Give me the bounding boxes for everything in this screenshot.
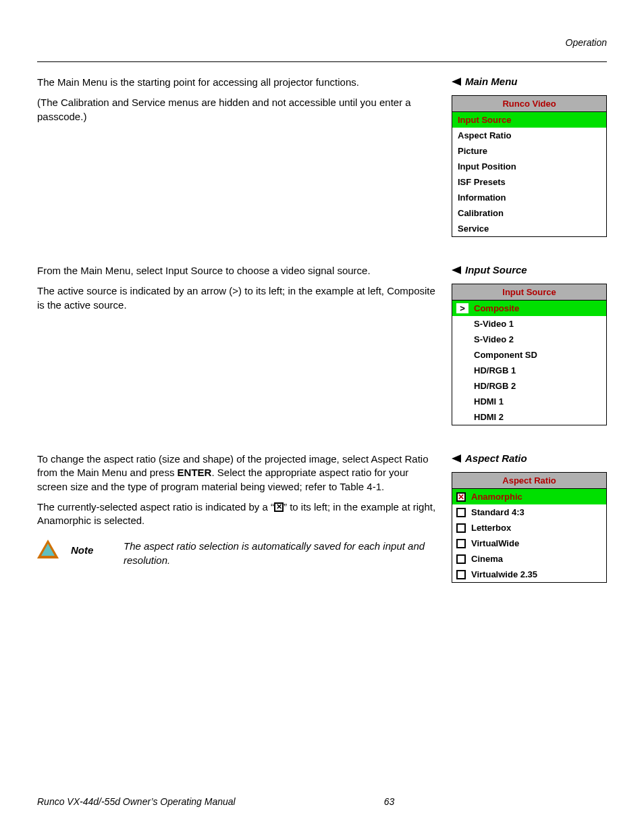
footer-page: 63 [384,796,395,807]
paragraph: To change the aspect ratio (size and sha… [37,452,438,494]
label-text: Main Menu [465,76,518,87]
input-source-section: From the Main Menu, select Input Source … [37,264,607,425]
menu-item-label: S-Video 2 [474,334,602,344]
checked-box-icon: ✕ [274,502,284,512]
checkbox-icon [456,523,466,533]
menu-title: Aspect Ratio [452,473,606,489]
warning-icon [37,540,59,558]
arrow-left-icon [452,454,461,463]
menu-item[interactable]: Service [452,221,606,236]
menu-title: Runco Video [452,96,606,112]
menu-item[interactable]: Aspect Ratio [452,128,606,143]
main-menu-text: The Main Menu is the starting point for … [37,76,438,237]
menu-item[interactable]: ✕Anamorphic [452,489,606,504]
menu-title: Input Source [452,284,606,301]
menu-item[interactable]: Input Position [452,159,606,174]
menu-item-label: VirtualWide [471,538,602,548]
menu-item[interactable]: Picture [452,143,606,159]
input-source-box: Input Source >CompositeS-Video 1S-Video … [452,284,607,425]
menu-item-label: S-Video 1 [474,319,602,329]
active-indicator: > [456,303,468,313]
header-section: Operation [37,37,607,48]
menu-item[interactable]: Component SD [452,347,606,363]
aspect-ratio-box: Aspect Ratio ✕AnamorphicStandard 4:3Lett… [452,472,607,583]
menu-item-label: Composite [474,303,602,313]
menu-item-label: Standard 4:3 [471,507,602,517]
aspect-ratio-text: To change the aspect ratio (size and sha… [37,452,438,583]
checkbox-icon [456,554,466,564]
note-row: Note The aspect ratio selection is autom… [37,540,438,567]
main-menu-label: Main Menu [452,76,607,87]
menu-item[interactable]: >Composite [452,301,606,316]
menu-item[interactable]: HD/RGB 1 [452,363,606,378]
menu-item[interactable]: Calibration [452,205,606,221]
footer: Runco VX-44d/-55d Owner’s Operating Manu… [37,796,607,807]
menu-item[interactable]: HDMI 2 [452,409,606,425]
note-label: Note [71,540,111,557]
menu-item[interactable]: Letterbox [452,520,606,536]
menu-item-label: Anamorphic [471,492,602,502]
footer-title: Runco VX-44d/-55d Owner’s Operating Manu… [37,796,236,807]
menu-item[interactable]: S-Video 2 [452,332,606,347]
arrow-left-icon [452,266,461,274]
menu-item-label: HD/RGB 1 [474,365,602,375]
menu-item[interactable]: VirtualWide [452,536,606,551]
paragraph: From the Main Menu, select Input Source … [37,264,438,278]
checkbox-icon [456,570,466,579]
checkbox-icon [456,539,466,548]
menu-item[interactable]: S-Video 1 [452,316,606,332]
menu-item[interactable]: Standard 4:3 [452,504,606,520]
text: The currently-selected aspect ratio is i… [37,501,274,513]
menu-item-label: HDMI 1 [474,396,602,407]
menu-item[interactable]: Information [452,190,606,205]
aspect-ratio-section: To change the aspect ratio (size and sha… [37,452,607,583]
input-source-text: From the Main Menu, select Input Source … [37,264,438,425]
menu-item-label: Letterbox [471,523,602,533]
checkbox-icon [456,508,466,517]
paragraph: (The Calibration and Service menus are h… [37,96,438,124]
menu-item[interactable]: Cinema [452,551,606,567]
menu-item-label: Component SD [474,350,602,360]
menu-item[interactable]: Input Source [452,112,606,128]
input-source-label: Input Source [452,264,607,276]
label-text: Input Source [465,264,527,276]
label-text: Aspect Ratio [465,452,527,464]
menu-item-label: Cinema [471,554,602,564]
menu-item[interactable]: Virtualwide 2.35 [452,567,606,582]
menu-item[interactable]: HDMI 1 [452,394,606,409]
paragraph: The active source is indicated by an arr… [37,284,438,312]
paragraph: The Main Menu is the starting point for … [37,76,438,89]
divider [37,61,607,62]
paragraph: The currently-selected aspect ratio is i… [37,500,438,528]
menu-item-label: HD/RGB 2 [474,381,602,391]
menu-item[interactable]: ISF Presets [452,174,606,190]
menu-item-label: HDMI 2 [474,412,602,422]
main-menu-section: The Main Menu is the starting point for … [37,76,607,237]
aspect-ratio-label: Aspect Ratio [452,452,607,464]
enter-key: ENTER [178,467,212,478]
arrow-left-icon [452,78,461,86]
note-text: The aspect ratio selection is automatica… [124,540,438,567]
menu-item-label: Virtualwide 2.35 [471,569,602,579]
checkbox-checked-icon: ✕ [456,492,466,502]
menu-item[interactable]: HD/RGB 2 [452,378,606,394]
main-menu-box: Runco Video Input SourceAspect RatioPict… [452,95,607,237]
